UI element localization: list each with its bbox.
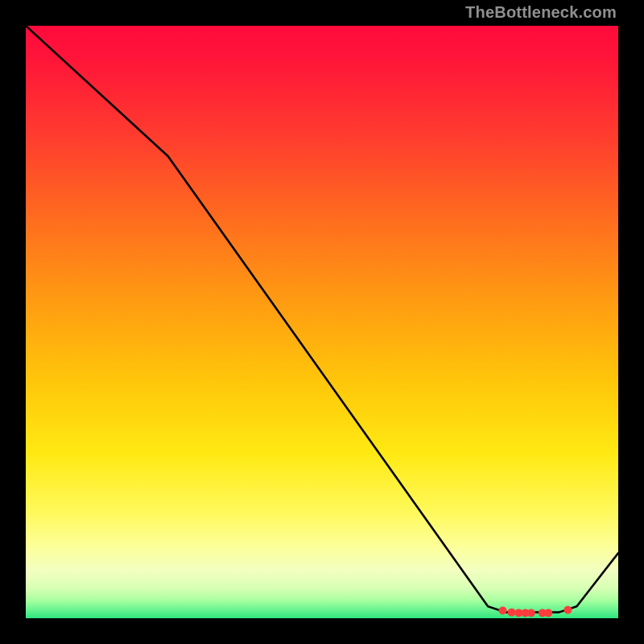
data-markers: [498, 606, 572, 617]
marker-dot: [521, 609, 529, 617]
marker-dot: [508, 609, 516, 617]
marker-dot: [544, 609, 552, 617]
marker-dot: [564, 606, 572, 614]
data-curve: [26, 26, 618, 613]
curve-layer: [26, 26, 618, 618]
plot-area: [26, 26, 618, 618]
chart-frame: TheBottleneck.com: [0, 0, 644, 644]
marker-dot: [498, 606, 506, 614]
marker-dot: [539, 609, 547, 617]
marker-dot: [527, 609, 535, 617]
attribution-label: TheBottleneck.com: [465, 3, 617, 22]
marker-dot: [514, 609, 522, 617]
